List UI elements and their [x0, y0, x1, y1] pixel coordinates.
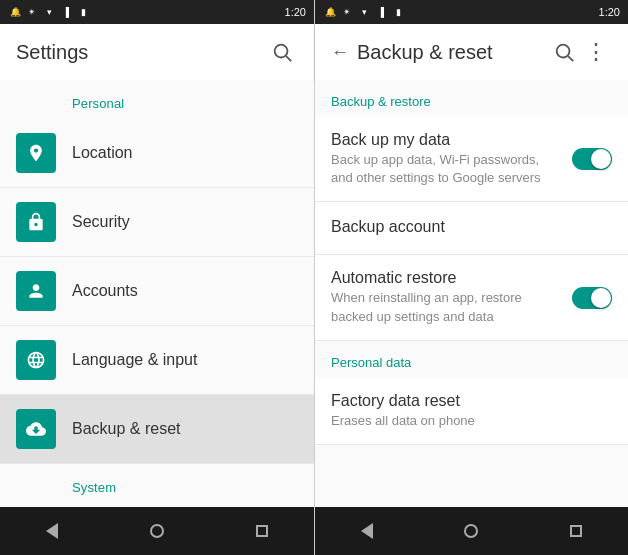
status-bar-right: 1:20	[285, 6, 306, 18]
auto-restore-title: Automatic restore	[331, 269, 560, 287]
personal-data-header: Personal data	[315, 341, 628, 378]
status-icons-left: 🔔 ✴ ▾ ▐ ▮	[8, 5, 90, 19]
back-up-data-subtitle: Back up app data, Wi-Fi passwords, and o…	[331, 151, 560, 187]
nav-back-button-right[interactable]	[337, 507, 397, 555]
more-button[interactable]: ⋮	[580, 36, 612, 68]
wifi-icon: ▾	[42, 5, 56, 19]
system-section-header: System	[0, 464, 314, 503]
back-up-data-item[interactable]: Back up my data Back up app data, Wi-Fi …	[315, 117, 628, 202]
status-time-right: 1:20	[599, 6, 620, 18]
backup-icon	[16, 409, 56, 449]
svg-line-3	[568, 56, 573, 61]
bluetooth-icon-r: ✴	[340, 5, 354, 19]
auto-restore-item[interactable]: Automatic restore When reinstalling an a…	[315, 255, 628, 340]
nav-back-icon-right	[361, 523, 373, 539]
backup-account-item[interactable]: Backup account	[315, 202, 628, 255]
backup-title: Backup & reset	[72, 420, 298, 438]
battery-icon: ▮	[76, 5, 90, 19]
nav-home-button-left[interactable]	[127, 507, 187, 555]
security-content: Security	[72, 213, 298, 231]
language-title: Language & input	[72, 351, 298, 369]
search-button[interactable]	[266, 36, 298, 68]
backup-restore-header: Backup & restore	[315, 80, 628, 117]
settings-toolbar: Settings	[0, 24, 314, 80]
back-up-data-content: Back up my data Back up app data, Wi-Fi …	[331, 131, 572, 187]
battery-icon-r: ▮	[391, 5, 405, 19]
auto-restore-content: Automatic restore When reinstalling an a…	[331, 269, 572, 325]
signal-icon: ▐	[59, 5, 73, 19]
nav-home-button-right[interactable]	[441, 507, 501, 555]
personal-section-header: Personal	[0, 80, 314, 119]
backup-list: Backup & restore Back up my data Back up…	[315, 80, 628, 507]
sidebar-item-language[interactable]: Language & input	[0, 326, 314, 395]
svg-line-1	[286, 56, 291, 61]
status-bar-left: 🔔 ✴ ▾ ▐ ▮ 1:20	[0, 0, 314, 24]
svg-point-0	[275, 45, 288, 58]
status-icons-right: 🔔 ✴ ▾ ▐ ▮	[323, 5, 405, 19]
notification-icon-r: 🔔	[323, 5, 337, 19]
factory-reset-title: Factory data reset	[331, 392, 600, 410]
backup-title: Backup & reset	[357, 41, 548, 64]
language-content: Language & input	[72, 351, 298, 369]
settings-title: Settings	[16, 41, 266, 64]
back-button[interactable]: ←	[331, 42, 349, 63]
backup-content: Backup & reset	[72, 420, 298, 438]
settings-list: Personal Location Security	[0, 80, 314, 507]
nav-home-icon-left	[150, 524, 164, 538]
settings-panel: 🔔 ✴ ▾ ▐ ▮ 1:20 Settings Personal	[0, 0, 314, 555]
nav-back-button-left[interactable]	[22, 507, 82, 555]
nav-back-icon-left	[46, 523, 58, 539]
signal-icon-r: ▐	[374, 5, 388, 19]
nav-recent-icon-right	[570, 525, 582, 537]
status-time-left: 1:20	[285, 6, 306, 18]
security-title: Security	[72, 213, 298, 231]
sidebar-item-backup[interactable]: Backup & reset	[0, 395, 314, 464]
svg-point-2	[557, 45, 570, 58]
accounts-icon	[16, 271, 56, 311]
nav-bar-right	[315, 507, 628, 555]
security-icon	[16, 202, 56, 242]
factory-reset-content: Factory data reset Erases all data on ph…	[331, 392, 612, 430]
nav-recent-button-left[interactable]	[232, 507, 292, 555]
factory-reset-subtitle: Erases all data on phone	[331, 412, 600, 430]
notification-icon: 🔔	[8, 5, 22, 19]
sidebar-item-accounts[interactable]: Accounts	[0, 257, 314, 326]
sidebar-item-location[interactable]: Location	[0, 119, 314, 188]
back-up-data-toggle[interactable]	[572, 148, 612, 170]
back-up-data-title: Back up my data	[331, 131, 560, 149]
factory-reset-item[interactable]: Factory data reset Erases all data on ph…	[315, 378, 628, 445]
backup-panel: 🔔 ✴ ▾ ▐ ▮ 1:20 ← Backup & reset ⋮ Backup…	[314, 0, 628, 555]
location-content: Location	[72, 144, 298, 162]
status-bar-right: 🔔 ✴ ▾ ▐ ▮ 1:20	[315, 0, 628, 24]
nav-bar-left	[0, 507, 314, 555]
wifi-icon-r: ▾	[357, 5, 371, 19]
nav-home-icon-right	[464, 524, 478, 538]
backup-toolbar: ← Backup & reset ⋮	[315, 24, 628, 80]
accounts-title: Accounts	[72, 282, 298, 300]
auto-restore-toggle[interactable]	[572, 287, 612, 309]
location-icon	[16, 133, 56, 173]
accounts-content: Accounts	[72, 282, 298, 300]
location-title: Location	[72, 144, 298, 162]
nav-recent-button-right[interactable]	[546, 507, 606, 555]
sidebar-item-security[interactable]: Security	[0, 188, 314, 257]
language-icon	[16, 340, 56, 380]
bluetooth-icon: ✴	[25, 5, 39, 19]
status-bar-right-time: 1:20	[599, 6, 620, 18]
nav-recent-icon-left	[256, 525, 268, 537]
backup-account-title: Backup account	[331, 218, 612, 236]
auto-restore-subtitle: When reinstalling an app, restore backed…	[331, 289, 560, 325]
search-button-right[interactable]	[548, 36, 580, 68]
